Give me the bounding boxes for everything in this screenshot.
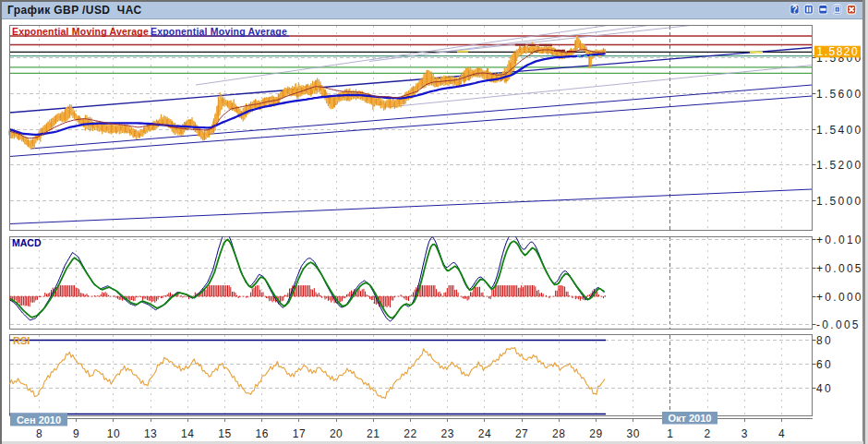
svg-text:80: 80 — [816, 334, 833, 347]
svg-text:22: 22 — [404, 427, 416, 440]
svg-text:28: 28 — [552, 427, 565, 440]
svg-text:4: 4 — [778, 427, 785, 440]
svg-text:30: 30 — [627, 427, 640, 440]
svg-text:+0.000: +0.000 — [816, 291, 863, 304]
svg-text:1: 1 — [667, 427, 673, 440]
svg-text:Exponential Moving Average: Exponential Moving Average — [12, 26, 149, 37]
svg-text:+0.005: +0.005 — [816, 262, 863, 275]
svg-text:1.5400: 1.5400 — [816, 124, 863, 137]
svg-text:40: 40 — [816, 382, 833, 395]
svg-text:?: ? — [792, 5, 798, 15]
svg-text:14: 14 — [181, 427, 194, 440]
svg-text:1.5000: 1.5000 — [816, 195, 863, 208]
svg-text:+0.010: +0.010 — [816, 234, 863, 246]
svg-text:21: 21 — [367, 427, 380, 440]
svg-text:8: 8 — [36, 427, 42, 440]
svg-text:1.5820: 1.5820 — [817, 45, 860, 58]
svg-text:27: 27 — [515, 427, 528, 440]
svg-text:60: 60 — [816, 358, 833, 371]
svg-text:15: 15 — [218, 427, 231, 440]
svg-text:16: 16 — [256, 427, 269, 440]
svg-text:1.5200: 1.5200 — [816, 159, 863, 172]
svg-text:-0.005: -0.005 — [816, 318, 861, 331]
svg-text:3: 3 — [741, 427, 748, 440]
svg-text:23: 23 — [441, 427, 454, 440]
svg-text:2: 2 — [705, 427, 711, 440]
svg-text:Сен 2010: Сен 2010 — [17, 414, 61, 426]
svg-text:Окт 2010: Окт 2010 — [669, 413, 712, 424]
svg-text:9: 9 — [73, 427, 79, 440]
svg-text:MACD: MACD — [12, 237, 42, 248]
svg-text:10: 10 — [107, 427, 120, 440]
svg-text:17: 17 — [293, 427, 306, 440]
svg-text:RSI: RSI — [13, 335, 30, 346]
svg-text:24: 24 — [478, 427, 491, 440]
svg-text:1.5600: 1.5600 — [816, 88, 863, 101]
svg-text:13: 13 — [144, 427, 157, 440]
svg-text:Exponential Moving Average: Exponential Moving Average — [151, 26, 287, 37]
svg-text:20: 20 — [330, 427, 343, 440]
svg-text:29: 29 — [589, 427, 602, 440]
